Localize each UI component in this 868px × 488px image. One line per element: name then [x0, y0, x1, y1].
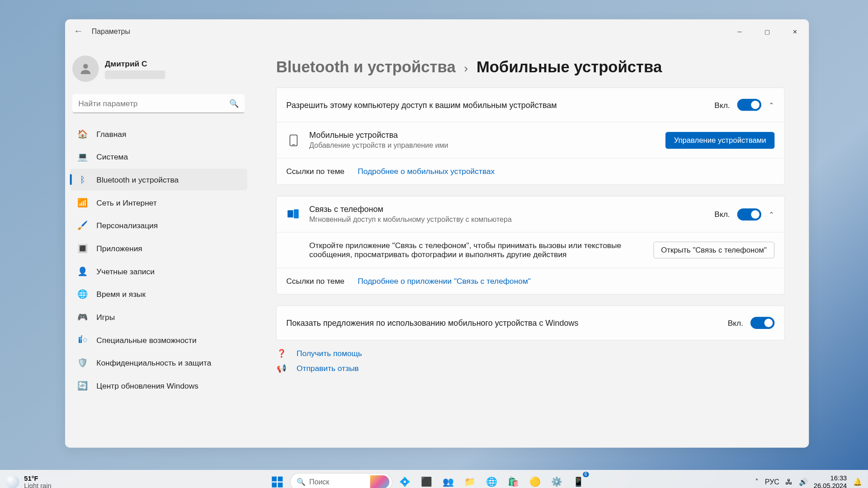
allow-access-card: Разрешить этому компьютеру доступ к ваши…: [276, 87, 785, 185]
phone-links-row: Ссылки по теме Подробнее о приложении "С…: [277, 267, 784, 294]
page-title: Мобильные устройства: [476, 58, 662, 76]
footer-links: ❓Получить помощь 📢Отправить отзыв: [276, 349, 785, 373]
avatar-icon: [72, 56, 99, 82]
sidebar-item-time[interactable]: 🌐Время и язык: [70, 283, 247, 305]
user-icon: 👤: [77, 266, 88, 277]
chevron-up-icon: ⌄: [769, 210, 774, 219]
weather-icon: [6, 475, 19, 488]
phone-toggle[interactable]: [737, 208, 761, 221]
links-label: Ссылки по теме: [286, 277, 344, 286]
svg-rect-1: [290, 135, 297, 145]
search-box[interactable]: 🔍: [72, 94, 245, 113]
teams-icon[interactable]: 👥: [439, 473, 458, 488]
taskbar: 51°F Light rain 🔍 Поиск 💠 ⬛ 👥 📁 🌐 🛍️ 🟡 ⚙…: [0, 470, 868, 488]
store-icon[interactable]: 🛍️: [505, 473, 523, 488]
back-button[interactable]: ←: [72, 26, 85, 37]
content: Bluetooth и устройства › Мобильные устро…: [252, 43, 809, 448]
search-icon: 🔍: [297, 478, 306, 486]
nav: 🏠Главная 💻Система ᛒBluetooth и устройств…: [67, 123, 250, 396]
copilot-icon[interactable]: 💠: [396, 473, 414, 488]
tray-chevron-icon[interactable]: ˄: [755, 478, 759, 486]
mobile-links-row: Ссылки по теме Подробнее о мобильных уст…: [277, 158, 784, 184]
tray-network-icon[interactable]: 🖧: [785, 478, 793, 486]
taskbar-search[interactable]: 🔍 Поиск: [290, 473, 392, 488]
feedback-icon: 📢: [276, 364, 287, 373]
svg-point-0: [83, 64, 88, 69]
sidebar-item-privacy[interactable]: 🛡️Конфиденциальность и защита: [70, 352, 247, 374]
sidebar-item-apps[interactable]: 🔳Приложения: [70, 237, 247, 259]
settings-icon[interactable]: ⚙️: [548, 473, 566, 488]
manage-devices-button[interactable]: Управление устройствами: [665, 131, 774, 148]
search-input[interactable]: [72, 94, 245, 113]
sidebar-item-accounts[interactable]: 👤Учетные записи: [70, 260, 247, 282]
phone-link-card: Связь с телефоном Мгновенный доступ к мо…: [276, 196, 785, 295]
breadcrumb-sep: ›: [464, 61, 468, 75]
start-button[interactable]: [268, 473, 286, 488]
suggestions-card: Показать предложения по использованию мо…: [276, 305, 785, 340]
sidebar: Дмитрий С 🔍 🏠Главная 💻Система ᛒBluetooth…: [65, 43, 252, 448]
phone-toggle-label: Вкл.: [714, 210, 730, 219]
accessibility-icon: �﻿༹: [77, 334, 88, 345]
windows-icon: [272, 477, 283, 488]
apps-icon: 🔳: [77, 243, 88, 253]
profile-block[interactable]: Дмитрий С: [67, 48, 250, 89]
sidebar-item-network[interactable]: 📶Сеть и Интернет: [70, 192, 247, 213]
phone-open-row: Откройте приложение "Связь с телефоном",…: [277, 232, 784, 267]
profile-name: Дмитрий С: [105, 59, 165, 68]
sidebar-item-gaming[interactable]: 🎮Игры: [70, 306, 247, 328]
links-label: Ссылки по теме: [286, 167, 344, 176]
tray-clock[interactable]: 16:33 26.05.2024: [814, 474, 847, 488]
sidebar-item-system[interactable]: 💻Система: [70, 146, 247, 168]
shield-icon: 🛡️: [77, 357, 88, 368]
breadcrumb-parent[interactable]: Bluetooth и устройства: [276, 58, 456, 76]
allow-toggle-label: Вкл.: [714, 100, 730, 109]
phone-link-taskbar-icon[interactable]: 📱6: [570, 473, 588, 488]
mobile-learn-more-link[interactable]: Подробнее о мобильных устройствах: [358, 167, 495, 176]
globe-icon: 🌐: [77, 289, 88, 300]
brush-icon: 🖌️: [77, 220, 88, 231]
mobile-devices-row: Мобильные устройства Добавление устройст…: [277, 122, 784, 158]
phone-link-row[interactable]: Связь с телефоном Мгновенный доступ к мо…: [277, 197, 784, 232]
suggest-toggle[interactable]: [750, 317, 774, 329]
system-icon: 💻: [77, 151, 88, 162]
sidebar-item-home[interactable]: 🏠Главная: [70, 123, 247, 145]
svg-rect-4: [293, 209, 299, 218]
home-icon: 🏠: [77, 128, 88, 139]
titlebar: ← Параметры ─ ▢ ✕: [65, 19, 809, 43]
close-button[interactable]: ✕: [781, 22, 809, 41]
settings-window: ← Параметры ─ ▢ ✕ Дмитрий С: [65, 19, 809, 448]
phone-learn-more-link[interactable]: Подробнее о приложении "Связь с телефоно…: [358, 277, 531, 286]
bluetooth-icon: ᛒ: [77, 174, 88, 185]
explorer-icon[interactable]: 📁: [461, 473, 479, 488]
task-view-icon[interactable]: ⬛: [418, 473, 436, 488]
gamepad-icon: 🎮: [77, 311, 88, 322]
search-icon: 🔍: [229, 99, 239, 108]
tray-language[interactable]: РУС: [765, 478, 779, 486]
sidebar-item-bluetooth[interactable]: ᛒBluetooth и устройства: [70, 169, 247, 190]
chevron-up-icon: ⌄: [769, 101, 774, 109]
feedback-link[interactable]: Отправить отзыв: [297, 364, 359, 373]
profile-email-placeholder: [105, 70, 165, 79]
tray-sound-icon[interactable]: 🔊: [799, 478, 808, 486]
search-art-icon: [370, 475, 390, 488]
maximize-button[interactable]: ▢: [754, 22, 781, 41]
get-help-link[interactable]: Получить помощь: [297, 349, 362, 358]
window-title: Параметры: [92, 27, 130, 36]
suggestions-row[interactable]: Показать предложения по использованию мо…: [277, 306, 784, 340]
suggest-toggle-label: Вкл.: [728, 319, 743, 328]
open-phone-link-button[interactable]: Открыть "Связь с телефоном": [653, 242, 774, 258]
minimize-button[interactable]: ─: [726, 22, 753, 41]
sidebar-item-personalization[interactable]: 🖌️Персонализация: [70, 215, 247, 236]
chrome-icon[interactable]: 🟡: [526, 473, 544, 488]
update-icon: 🔄: [77, 380, 88, 391]
wifi-icon: 📶: [77, 197, 88, 208]
taskbar-weather[interactable]: 51°F Light rain: [0, 475, 121, 488]
help-icon: ❓: [276, 349, 287, 358]
edge-icon[interactable]: 🌐: [483, 473, 501, 488]
sidebar-item-update[interactable]: 🔄Центр обновления Windows: [70, 375, 247, 396]
phone-link-icon: [286, 209, 301, 220]
tray-notifications-icon[interactable]: 🔔: [853, 478, 862, 486]
allow-toggle[interactable]: [737, 99, 761, 111]
sidebar-item-accessibility[interactable]: �﻿༹Специальные возможности: [70, 329, 247, 351]
allow-access-row[interactable]: Разрешить этому компьютеру доступ к ваши…: [277, 88, 784, 122]
